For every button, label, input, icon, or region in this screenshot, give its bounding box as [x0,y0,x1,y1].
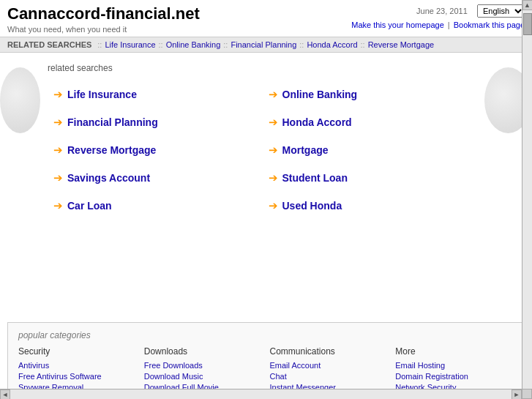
cat-link-free-antivirus[interactable]: Free Antivirus Software [18,372,137,381]
search-section: related searches ➔ Life Insurance ➔ Onli… [40,53,484,316]
search-link-used-honda[interactable]: Used Honda [282,200,342,212]
popular-label: popular categories [18,330,514,340]
cat-link-download-music[interactable]: Download Music [144,372,263,381]
search-link-financial-planning[interactable]: Financial Planning [67,116,158,128]
left-decoration [0,53,40,316]
arrow-icon: ➔ [53,116,63,129]
bar-link-reverse-mortgage[interactable]: Reverse Mortgage [368,40,435,49]
scroll-thumb[interactable] [523,13,532,35]
related-searches-bar: RELATED SEARCHES :: Life Insurance :: On… [0,37,532,53]
list-item: ➔ Student Loan [263,164,478,192]
arrow-icon: ➔ [269,88,278,101]
site-info: Cannaccord-financial.net What you need, … [7,4,200,34]
main-content: related searches ➔ Life Insurance ➔ Onli… [0,53,532,316]
related-searches-heading: related searches [48,63,477,73]
category-header-security: Security [18,346,137,357]
search-link-car-loan[interactable]: Car Loan [67,200,112,212]
related-bar-label: RELATED SEARCHES [7,40,91,49]
scrollbar-corner [522,389,532,399]
list-item: ➔ Mortgage [263,136,478,164]
site-tagline: What you need, when you need it [7,25,200,34]
arrow-icon: ➔ [269,116,278,129]
cat-link-email-hosting[interactable]: Email Hosting [395,361,514,370]
bar-link-honda-accord[interactable]: Honda Accord [307,40,357,49]
top-links: Make this your homepage | Bookmark this … [351,20,525,29]
cat-link-free-downloads[interactable]: Free Downloads [144,361,263,370]
left-circle [0,67,40,133]
search-link-reverse-mortgage[interactable]: Reverse Mortgage [67,144,156,156]
cat-link-domain-registration[interactable]: Domain Registration [395,372,514,381]
cat-link-chat[interactable]: Chat [270,372,389,381]
list-item: ➔ Financial Planning [48,108,263,136]
scroll-up-arrow[interactable]: ▲ [522,0,533,10]
hscroll-track [10,389,512,400]
bar-link-online-banking[interactable]: Online Banking [166,40,221,49]
top-right: June 23, 2011 English Make this your hom… [351,4,525,29]
category-header-downloads: Downloads [144,346,263,357]
list-item: ➔ Car Loan [48,192,263,220]
bar-link-financial-planning[interactable]: Financial Planning [231,40,296,49]
search-grid: ➔ Life Insurance ➔ Online Banking ➔ Fina… [48,81,477,220]
homepage-link[interactable]: Make this your homepage [351,20,444,29]
top-bar: Cannaccord-financial.net What you need, … [0,0,532,37]
scroll-left-arrow[interactable]: ◄ [0,389,10,400]
search-link-student-loan[interactable]: Student Loan [282,172,348,184]
arrow-icon: ➔ [53,171,63,184]
search-link-honda-accord[interactable]: Honda Accord [282,116,352,128]
language-select[interactable]: English [477,4,525,18]
arrow-icon: ➔ [269,199,278,212]
list-item: ➔ Used Honda [263,192,478,220]
site-title: Cannaccord-financial.net [7,4,200,23]
arrow-icon: ➔ [53,88,63,101]
top-date: June 23, 2011 English [351,4,525,18]
list-item: ➔ Savings Account [48,164,263,192]
bottom-scrollbar: ◄ ► [0,389,522,399]
scroll-right-arrow[interactable]: ► [512,389,522,400]
search-link-life-insurance[interactable]: Life Insurance [67,89,137,100]
arrow-icon: ➔ [53,199,63,212]
cat-link-antivirus[interactable]: Antivirus [18,361,137,370]
search-link-mortgage[interactable]: Mortgage [282,144,329,156]
right-scrollbar: ▲ ▼ [522,0,532,399]
list-item: ➔ Online Banking [263,81,478,108]
bar-link-life-insurance[interactable]: Life Insurance [105,40,155,49]
popular-categories: popular categories Security Antivirus Fr… [7,322,525,399]
search-link-online-banking[interactable]: Online Banking [282,89,358,100]
category-header-more: More [395,346,514,357]
bookmark-link[interactable]: Bookmark this page [454,20,525,29]
arrow-icon: ➔ [269,143,278,157]
arrow-icon: ➔ [53,143,63,157]
list-item: ➔ Life Insurance [48,81,263,108]
arrow-icon: ➔ [269,171,278,184]
list-item: ➔ Honda Accord [263,108,478,136]
list-item: ➔ Reverse Mortgage [48,136,263,164]
cat-link-email-account[interactable]: Email Account [270,361,389,370]
search-link-savings-account[interactable]: Savings Account [67,172,150,184]
category-header-comms: Communications [270,346,389,357]
